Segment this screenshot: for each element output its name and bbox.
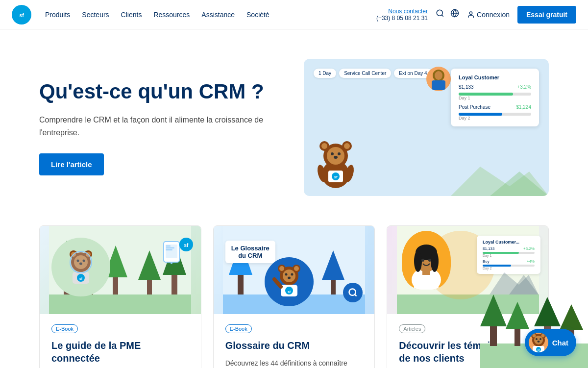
svg-point-68 — [279, 266, 284, 271]
svg-point-74 — [288, 277, 291, 279]
card-pme-image: sf — [40, 226, 201, 314]
card-temoignages-image: Loyal Customer... $1,133+3.2% Day 1 Buy+… — [387, 226, 548, 314]
svg-rect-56 — [166, 249, 172, 250]
svg-point-90 — [421, 259, 424, 262]
svg-point-9 — [435, 71, 442, 80]
card-temoignages-body: Articles Découvrir les témoignages de no… — [387, 314, 548, 368]
svg-point-88 — [414, 250, 422, 272]
trial-button[interactable]: Essai gratuit — [517, 6, 576, 24]
hero-illustration-inner: 1 Day Service Call Center Ext on Day 4 L… — [304, 59, 549, 196]
svg-point-57 — [171, 262, 172, 264]
svg-point-79 — [349, 289, 356, 295]
svg-point-18 — [338, 152, 341, 155]
svg-rect-8 — [432, 80, 445, 90]
chat-widget[interactable]: sf Chat — [525, 329, 576, 356]
nav-item-clients[interactable]: Clients — [121, 10, 142, 19]
hero-day2: Day 2 — [459, 116, 531, 121]
globe-button[interactable] — [450, 9, 459, 20]
nav-item-ressources[interactable]: Ressources — [153, 10, 190, 19]
nav-links: Produits Secteurs Clients Ressources Ass… — [45, 10, 270, 19]
hero-tag-1: 1 Day — [314, 69, 336, 78]
card-pme-device — [162, 241, 181, 267]
card-glossaire-image: Le Glossairedu CRM — [214, 226, 375, 314]
svg-rect-55 — [166, 247, 174, 248]
svg-point-17 — [331, 152, 334, 155]
card-temoignages-badge: Articles — [399, 324, 425, 333]
contact-link[interactable]: Nous contacter — [388, 8, 428, 15]
card-pme-badge: E-Book — [51, 324, 78, 333]
hero-landscape — [451, 157, 549, 196]
svg-point-19 — [334, 156, 338, 159]
hero-amount2: Post Purchase $1,224 — [459, 104, 531, 110]
hero-amount1: $1,133 +3.2% — [459, 84, 531, 90]
salesforce-logo[interactable]: sf — [12, 5, 31, 25]
card-temoignages-avatar — [402, 231, 451, 290]
nav-item-societe[interactable]: Société — [246, 10, 270, 19]
card-pme-body: E-Book Le guide de la PME connectée Comm… — [40, 314, 201, 368]
card-pme-sf-badge: sf — [179, 238, 193, 253]
svg-point-110 — [536, 338, 538, 340]
svg-point-106 — [532, 334, 536, 338]
nav-item-secteurs[interactable]: Secteurs — [82, 10, 109, 19]
phone-number: (+33) 8 05 08 21 31 — [376, 15, 428, 22]
cards-section: sf — [0, 225, 588, 368]
svg-text:sf: sf — [79, 277, 83, 280]
chat-label: Chat — [552, 339, 568, 347]
svg-line-80 — [355, 294, 357, 296]
search-button[interactable] — [436, 9, 444, 20]
svg-rect-53 — [166, 245, 177, 258]
svg-rect-92 — [414, 275, 439, 290]
svg-rect-54 — [166, 245, 171, 246]
hero-avatar — [426, 67, 451, 91]
card-glossaire-desc: Découvrez les 44 définitions à connaître… — [225, 358, 363, 368]
hero-illustration: 1 Day Service Call Center Ext on Day 4 L… — [304, 59, 549, 196]
login-button[interactable]: Connexion — [467, 11, 510, 19]
card-glossaire-illustration: Le Glossairedu CRM — [214, 226, 375, 314]
login-label: Connexion — [477, 11, 510, 19]
card-glossaire-title: Glossaire du CRM — [225, 339, 363, 352]
hero-bear-mascot: sf — [314, 135, 358, 191]
card-glossaire-badge: E-Book — [225, 324, 252, 333]
svg-point-51 — [70, 251, 92, 273]
nav-item-produits[interactable]: Produits — [45, 10, 70, 19]
hero-cta-button[interactable]: Lire l'article — [39, 153, 104, 175]
svg-text:sf: sf — [184, 243, 189, 248]
hero-title: Qu'est-ce qu'un CRM ? — [39, 79, 265, 104]
svg-point-109 — [534, 336, 543, 344]
svg-point-13 — [321, 143, 327, 149]
globe-icon — [450, 9, 459, 18]
navbar: sf Produits Secteurs Clients Ressources … — [0, 0, 588, 29]
card-glossaire-bear: sf — [265, 257, 314, 306]
nav-item-assistance[interactable]: Assistance — [201, 10, 235, 19]
card-glossaire-body: E-Book Glossaire du CRM Découvrez les 44… — [214, 314, 375, 368]
hero-tag-2: Service Call Center — [339, 69, 391, 78]
card-temoignages-title: Découvrir les témoignages de nos clients — [399, 339, 537, 365]
card-temoignages-illustration: Loyal Customer... $1,133+3.2% Day 1 Buy+… — [387, 226, 548, 314]
nav-right: Nous contacter (+33) 8 05 08 21 31 Conne… — [376, 6, 576, 24]
hero-day1: Day 1 — [459, 96, 531, 100]
svg-point-15 — [344, 143, 350, 149]
svg-point-72 — [285, 273, 287, 276]
svg-point-108 — [541, 334, 544, 338]
svg-line-78 — [274, 279, 281, 287]
svg-point-73 — [291, 273, 293, 276]
svg-rect-28 — [49, 294, 191, 314]
nav-icons — [436, 9, 459, 20]
svg-text:sf: sf — [537, 348, 539, 351]
card-pme-title: Le guide de la PME connectée — [51, 339, 189, 365]
svg-text:sf: sf — [288, 290, 291, 294]
user-icon — [467, 11, 475, 19]
svg-text:sf: sf — [19, 12, 24, 18]
cards-grid: sf — [39, 225, 549, 368]
card-pme: sf — [39, 225, 201, 368]
nav-contact: Nous contacter (+33) 8 05 08 21 31 — [376, 8, 428, 22]
card-temoignages-landscape — [490, 265, 539, 294]
card-pme-bear: sf — [51, 238, 110, 296]
hero-loyal-label: Loyal Customer — [459, 74, 531, 80]
svg-point-111 — [539, 338, 541, 340]
svg-line-3 — [442, 15, 443, 16]
hero-tags: 1 Day Service Call Center Ext on Day 4 — [314, 69, 432, 78]
svg-point-6 — [469, 12, 472, 14]
card-temoignages: Loyal Customer... $1,133+3.2% Day 1 Buy+… — [387, 225, 549, 368]
hero-description: Comprendre le CRM et la façon dont il al… — [39, 114, 265, 139]
